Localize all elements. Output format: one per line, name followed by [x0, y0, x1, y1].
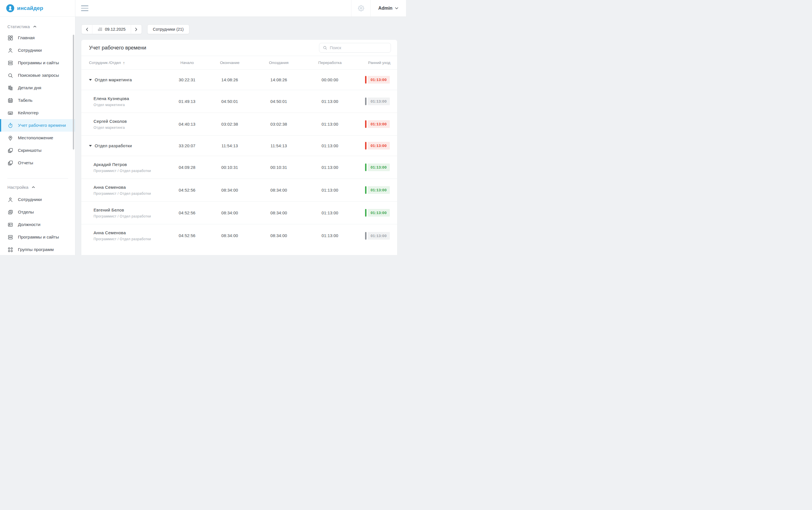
column-header-overtime[interactable]: Переработка: [303, 61, 356, 65]
group-name: Отдел маркетинга: [95, 77, 132, 82]
column-header-end[interactable]: Окончание: [206, 61, 254, 65]
start-value: 04:09:28: [169, 165, 206, 170]
column-header-late[interactable]: Опоздания: [254, 61, 303, 65]
prev-day-button[interactable]: [82, 25, 92, 34]
start-value: 04:40:13: [169, 122, 206, 126]
late-value: 04:50:01: [254, 99, 303, 104]
late-value: 08:34:00: [254, 188, 303, 192]
sidebar-item-skrinshoty[interactable]: Скриншоты: [0, 144, 75, 157]
rows-icon: [7, 234, 13, 240]
start-value: 30:22:31: [169, 78, 206, 82]
column-header-start[interactable]: Начало: [169, 61, 206, 65]
late-value: 14:08:26: [254, 78, 303, 82]
end-value: 08:34:00: [206, 233, 254, 238]
early-leave-badge: 01:13:00: [365, 232, 390, 240]
late-value: 03:02:38: [254, 122, 303, 126]
start-value: 33:20:07: [169, 144, 206, 148]
overtime-value: 01:13:00: [303, 211, 356, 215]
page-title: Учет рабочего времени: [89, 44, 146, 51]
late-value: 08:34:00: [254, 211, 303, 215]
overtime-value: 01:13:00: [303, 99, 356, 104]
chevron-down-icon: [395, 7, 398, 9]
section-settings[interactable]: Настройка: [0, 179, 75, 193]
early-leave-badge: 01:13:00: [365, 186, 390, 194]
employee-subtitle: Программист / Отдел разработки: [93, 169, 169, 173]
table-row[interactable]: Анна СеменоваПрограммист / Отдел разрабо…: [81, 179, 397, 202]
collapse-triangle-icon[interactable]: [89, 79, 92, 81]
sidebar-item-programmy-i-sajty[interactable]: Программы и сайты: [0, 57, 75, 69]
sidebar-item-otdely[interactable]: Отделы: [0, 206, 75, 218]
table-row-group[interactable]: Отдел маркетинга 30:22:31 14:08:26 14:08…: [81, 70, 397, 90]
sidebar-scrollbar[interactable]: [73, 35, 74, 150]
end-value: 14:08:26: [206, 78, 254, 82]
employees-count-button[interactable]: Сотрудники (21): [147, 25, 190, 34]
location-pin-icon: [7, 135, 13, 141]
user-label: Admin: [378, 6, 393, 11]
employee-subtitle: Отдел маркетинга: [93, 103, 169, 107]
column-header-employee[interactable]: Сотрудник /Отдел ↑: [89, 61, 169, 65]
sidebar-item-uchet-rabochego-vremeni[interactable]: Учет рабочего времени: [0, 119, 75, 131]
stopwatch-icon: [7, 122, 13, 128]
chevron-up-icon: [32, 186, 35, 188]
start-value: 01:49:13: [169, 99, 206, 104]
early-leave-badge: 01:13:00: [365, 76, 390, 84]
settings-button[interactable]: [351, 0, 371, 17]
badge-bar: [365, 120, 367, 128]
table-row-group[interactable]: Отдел разработки 33:20:07 11:54:13 11:54…: [81, 136, 397, 156]
start-value: 04:52:56: [169, 233, 206, 238]
table-row[interactable]: Аркадий ПетровПрограммист / Отдел разраб…: [81, 156, 397, 179]
next-day-button[interactable]: [131, 25, 142, 34]
start-value: 04:52:56: [169, 211, 206, 215]
employee-subtitle: Программист / Отдел разработки: [93, 191, 169, 196]
section-statistics[interactable]: Статистика: [0, 21, 75, 32]
sidebar-item-gruppy-programm[interactable]: Группы программ: [0, 243, 75, 255]
content: 09.12.2025 Сотрудники (21) Учет рабочего…: [75, 17, 406, 255]
brand-name: инсайдер: [17, 5, 43, 11]
column-header-early-leave[interactable]: Ранний уход: [356, 61, 392, 65]
user-menu[interactable]: Admin: [371, 0, 406, 17]
sidebar-item-keylogger[interactable]: Кейлоггер: [0, 107, 75, 119]
sidebar-item-otchety[interactable]: Отчеты: [0, 157, 75, 169]
sidebar-item-detali-dnya[interactable]: Детали дня: [0, 82, 75, 94]
chevron-left-icon: [86, 28, 88, 31]
employee-subtitle: Программист / Отдел разработки: [93, 237, 169, 241]
table-row[interactable]: Елена КузнецоваОтдел маркетинга 01:49:13…: [81, 90, 397, 113]
collapse-triangle-icon[interactable]: [89, 145, 92, 147]
brand[interactable]: инсайдер: [0, 0, 75, 17]
search-input[interactable]: [330, 46, 387, 50]
badge-bar: [365, 186, 367, 194]
table-row[interactable]: Евгений БеловПрограммист / Отдел разрабо…: [81, 202, 397, 224]
sidebar-item-poiskovye-zaprosy[interactable]: Поисковые запросы: [0, 69, 75, 82]
end-value: 04:50:01: [206, 99, 254, 104]
employee-name: Анна Семенова: [93, 185, 169, 190]
employee-name: Елена Кузнецова: [93, 96, 169, 101]
late-value: 11:54:13: [254, 144, 303, 148]
early-leave-badge: 01:13:00: [365, 97, 390, 105]
sidebar-item-mestopolozhenie[interactable]: Местоположение: [0, 131, 75, 144]
hamburger-icon[interactable]: [81, 5, 88, 11]
employee-name: Анна Семенова: [93, 230, 169, 235]
employee-name: Аркадий Петров: [93, 162, 169, 167]
date-picker-button[interactable]: 09.12.2025: [92, 25, 131, 34]
date-navigator: 09.12.2025: [81, 25, 142, 34]
table-row[interactable]: Анна СеменоваПрограммист / Отдел разрабо…: [81, 224, 397, 247]
circles-grid-icon: [7, 247, 13, 253]
early-leave-badge: 01:13:00: [365, 120, 390, 128]
end-value: 08:34:00: [206, 188, 254, 192]
chevron-right-icon: [135, 28, 137, 31]
badge-bar: [365, 76, 367, 84]
sidebar-item-tabel[interactable]: Табель: [0, 94, 75, 107]
sidebar-item-sotrudniki[interactable]: Сотрудники: [0, 44, 75, 57]
sidebar-item-sotrudniki-settings[interactable]: Сотрудники: [0, 193, 75, 206]
badge-bar: [365, 232, 367, 240]
sidebar-item-dolzhnosti[interactable]: Должности: [0, 218, 75, 231]
date-toolbar: 09.12.2025 Сотрудники (21): [81, 25, 397, 34]
table-row[interactable]: Сергей СоколовОтдел маркетинга 04:40:13 …: [81, 113, 397, 136]
search-box[interactable]: [319, 43, 391, 53]
overtime-value: 01:13:00: [303, 122, 356, 126]
sidebar-item-programmy-i-sajty-settings[interactable]: Программы и сайты: [0, 231, 75, 243]
user-icon: [7, 197, 13, 203]
badge-bar: [365, 209, 367, 217]
sidebar-item-glavnaya[interactable]: Главная: [0, 32, 75, 44]
topbar: Admin: [75, 0, 406, 17]
